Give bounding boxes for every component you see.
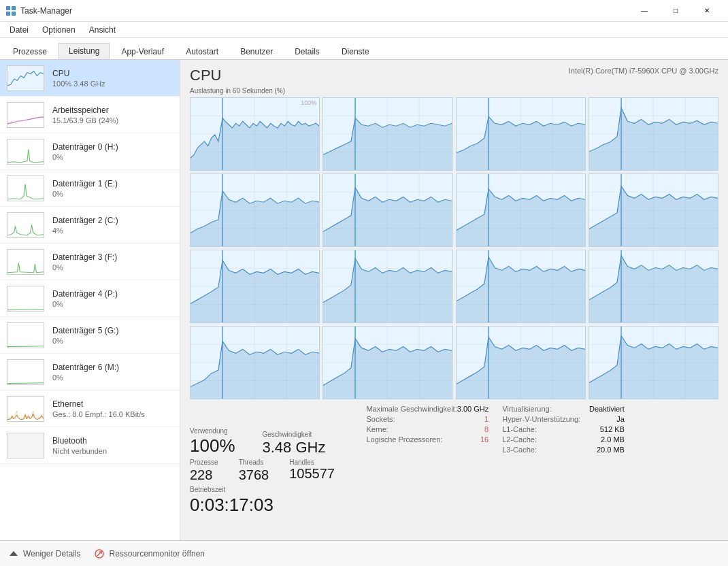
procs-value: 228 <box>190 467 218 483</box>
cpu-core-chart-14 <box>456 326 586 399</box>
uptime-label: Betriebszeit <box>190 486 718 493</box>
svg-rect-11 <box>7 323 44 348</box>
cpu-core-chart-15 <box>589 326 718 399</box>
sidebar-item-ram[interactable]: Arbeitsspeicher 15.1/63.9 GB (24%) <box>0 97 180 133</box>
sidebar-disk0-value: 0% <box>52 153 173 161</box>
sidebar-item-disk4[interactable]: Datenträger 4 (P:) 0% <box>0 280 180 317</box>
info-sockets-val: 1 <box>484 415 489 423</box>
tab-details[interactable]: Details <box>284 44 330 59</box>
tabbar: Prozesse Leistung App-Verlauf Autostart … <box>0 38 728 60</box>
cpu-core-chart-3 <box>589 97 718 171</box>
sidebar-info-disk2: Datenträger 2 (C:) 4% <box>52 216 173 235</box>
sidebar-eth-value: Ges.: 8.0 Empf.: 16.0 KBit/s <box>52 410 173 418</box>
sidebar-item-bt[interactable]: Bluetooth Nicht verbunden <box>0 427 180 464</box>
info-hyper-label: Hyper-V-Unterstützung: <box>502 415 580 423</box>
info-l3-label: L3-Cache: <box>502 446 537 454</box>
cpu-core-chart-10 <box>456 250 586 323</box>
menu-datei[interactable]: Datei <box>3 24 35 36</box>
speed-label: Geschwindigkeit <box>263 431 326 438</box>
sidebar-item-eth[interactable]: Ethernet Ges.: 8.0 Empf.: 16.0 KBit/s <box>0 390 180 427</box>
cpu-core-chart-8 <box>190 250 320 323</box>
cpu-core-chart-7 <box>589 173 718 247</box>
sidebar-thumb-disk5 <box>7 322 44 348</box>
info-virt-label: Virtualisierung: <box>502 405 552 413</box>
close-button[interactable]: ✕ <box>691 0 723 22</box>
usage-value: 100% <box>190 436 235 456</box>
content-area: CPU Intel(R) Core(TM) i7-5960X CPU @ 3.0… <box>180 60 728 540</box>
handles-label: Handles <box>289 459 335 466</box>
sidebar-disk2-name: Datenträger 2 (C:) <box>52 216 173 225</box>
info-maxspeed-val: 3.00 GHz <box>457 405 489 413</box>
sidebar-thumb-eth <box>7 396 44 422</box>
cpu-core-chart-13 <box>322 326 452 399</box>
maximize-button[interactable]: □ <box>660 0 691 22</box>
cpu-chart-grid: 100% <box>190 97 718 399</box>
window-title: Task-Manager <box>20 6 72 16</box>
info-cores-val: 8 <box>484 425 489 433</box>
info-cores: Kerne: 8 <box>366 425 489 433</box>
sidebar-info-disk4: Datenträger 4 (P:) 0% <box>52 289 173 308</box>
svg-rect-3 <box>12 12 16 16</box>
sidebar-info-disk0: Datenträger 0 (H:) 0% <box>52 142 173 161</box>
tab-autostart[interactable]: Autostart <box>176 44 229 59</box>
tab-dienste[interactable]: Dienste <box>331 44 380 59</box>
sidebar-thumb-disk6 <box>7 359 44 385</box>
tab-app-verlauf[interactable]: App-Verlauf <box>111 44 174 59</box>
sidebar-item-disk3[interactable]: Datenträger 3 (F:) 0% <box>0 244 180 280</box>
usage-label: Verwendung <box>190 427 235 435</box>
sidebar-thumb-bt <box>7 433 44 459</box>
sidebar-thumb-disk3 <box>7 249 44 275</box>
sidebar-bt-name: Bluetooth <box>52 436 173 446</box>
resource-monitor-button[interactable]: Ressourcenmonitor öffnen <box>94 548 205 559</box>
sidebar-info-ram: Arbeitsspeicher 15.1/63.9 GB (24%) <box>52 105 173 124</box>
app-icon <box>5 5 16 16</box>
sidebar-disk1-value: 0% <box>52 190 173 198</box>
sidebar-item-disk1[interactable]: Datenträger 1 (E:) 0% <box>0 170 180 207</box>
speed-value: 3.48 GHz <box>263 439 326 456</box>
tab-benutzer[interactable]: Benutzer <box>230 44 283 59</box>
sidebar-disk2-value: 4% <box>52 227 173 235</box>
tab-prozesse[interactable]: Prozesse <box>3 44 57 59</box>
minimize-button[interactable]: — <box>629 0 660 22</box>
handles-stat: Handles 105577 <box>289 459 335 483</box>
sidebar-ram-name: Arbeitsspeicher <box>52 105 173 115</box>
sidebar-item-cpu[interactable]: CPU 100% 3.48 GHz <box>0 60 180 97</box>
uptime-value: 0:03:17:03 <box>190 495 718 516</box>
svg-rect-2 <box>6 12 10 16</box>
menu-ansicht[interactable]: Ansicht <box>82 24 122 36</box>
sidebar-item-disk5[interactable]: Datenträger 5 (G:) 0% <box>0 317 180 354</box>
sidebar-info-disk5: Datenträger 5 (G:) 0% <box>52 326 173 345</box>
less-details-button[interactable]: Weniger Details <box>8 548 80 559</box>
svg-rect-1 <box>12 6 16 10</box>
info-l2: L2-Cache: 2.0 MB <box>502 435 625 444</box>
info-cores-label: Kerne: <box>366 425 388 433</box>
sidebar-info-cpu: CPU 100% 3.48 GHz <box>52 69 173 88</box>
info-maxspeed-label: Maximale Geschwindigkeit: <box>366 405 457 413</box>
svg-rect-10 <box>7 286 44 312</box>
info-l2-val: 2.0 MB <box>601 435 625 444</box>
sidebar-eth-name: Ethernet <box>52 399 173 409</box>
sidebar-disk0-name: Datenträger 0 (H:) <box>52 142 173 152</box>
sidebar-cpu-value: 100% 3.48 GHz <box>52 80 173 88</box>
info-logical-label: Logische Prozessoren: <box>366 435 442 444</box>
handles-value: 105577 <box>289 466 335 482</box>
sidebar-item-disk0[interactable]: Datenträger 0 (H:) 0% <box>0 133 180 170</box>
process-stats: Prozesse 228 Threads 3768 Handles 105577 <box>190 459 718 483</box>
cpu-title: CPU <box>190 67 221 84</box>
menu-optionen[interactable]: Optionen <box>35 24 82 36</box>
stats-section: Verwendung 100% Geschwindigkeit 3.48 GHz… <box>190 405 718 456</box>
sidebar-info-bt: Bluetooth Nicht verbunden <box>52 436 173 455</box>
threads-value: 3768 <box>239 467 269 483</box>
window-controls: — □ ✕ <box>629 0 723 22</box>
sidebar-item-disk6[interactable]: Datenträger 6 (M:) 0% <box>0 354 180 390</box>
svg-rect-8 <box>7 213 44 238</box>
svg-rect-14 <box>7 433 44 459</box>
sidebar-ram-value: 15.1/63.9 GB (24%) <box>52 116 173 124</box>
info-l3-val: 20.0 MB <box>597 446 625 454</box>
svg-rect-5 <box>7 103 44 128</box>
cpu-core-chart-5 <box>322 173 452 247</box>
sidebar-item-disk2[interactable]: Datenträger 2 (C:) 4% <box>0 207 180 244</box>
uptime-section: Betriebszeit 0:03:17:03 <box>190 486 718 516</box>
sidebar-thumb-disk0 <box>7 139 44 165</box>
tab-leistung[interactable]: Leistung <box>59 43 110 59</box>
